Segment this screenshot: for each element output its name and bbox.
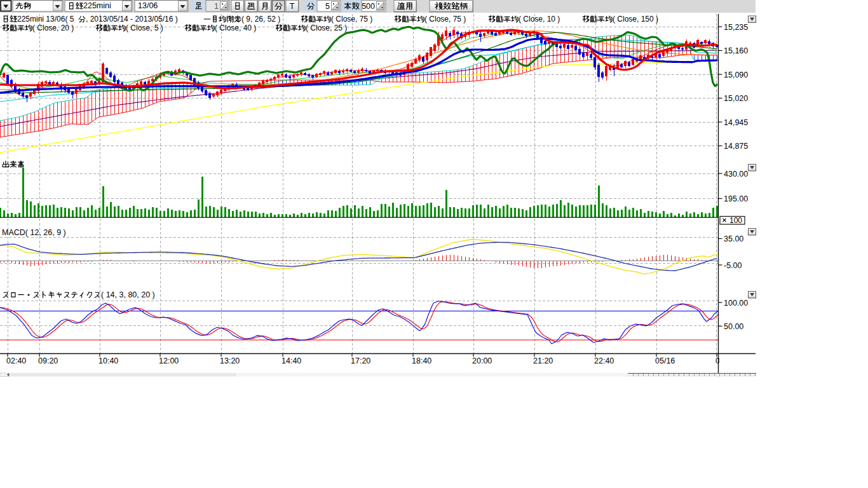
svg-text:14,875: 14,875	[724, 142, 748, 151]
svg-text:02:40: 02:40	[6, 356, 26, 365]
svg-text:( Close, 20 ): ( Close, 20 )	[32, 24, 74, 32]
svg-text:( 9, 26, 52 ): ( 9, 26, 52 )	[241, 15, 280, 24]
svg-text:15,090: 15,090	[724, 71, 748, 79]
svg-text:-5.00: -5.00	[724, 261, 742, 270]
svg-text:15,020: 15,020	[724, 94, 748, 103]
svg-text:13:20: 13:20	[220, 356, 240, 365]
svg-text:( Close, 150 ): ( Close, 150 )	[613, 15, 658, 24]
svg-text:15,160: 15,160	[724, 46, 748, 55]
svg-text:18:40: 18:40	[412, 356, 431, 365]
svg-text:, 2013/05/14 - 2013/05/16 ): , 2013/05/14 - 2013/05/16 )	[86, 15, 178, 24]
svg-text:225mini 13/06( 5: 225mini 13/06( 5	[17, 15, 74, 24]
svg-text:100: 100	[729, 216, 742, 225]
svg-text:14,945: 14,945	[724, 118, 748, 127]
svg-text:09:20: 09:20	[38, 356, 58, 365]
svg-text:195.00: 195.00	[724, 194, 748, 203]
svg-text:22:40: 22:40	[594, 356, 614, 365]
svg-text:50.00: 50.00	[724, 322, 743, 331]
svg-text:21:20: 21:20	[533, 356, 553, 365]
svg-text:( Close, 75 ): ( Close, 75 )	[424, 15, 466, 24]
svg-text:20:00: 20:00	[472, 356, 492, 365]
svg-text:( Close, 40 ): ( Close, 40 )	[215, 24, 256, 32]
svg-text:12:00: 12:00	[159, 356, 179, 365]
svg-text:17:20: 17:20	[351, 356, 370, 365]
svg-text:13/06: 13/06	[138, 1, 158, 10]
svg-text:500: 500	[362, 2, 375, 11]
svg-text:10:40: 10:40	[98, 356, 118, 365]
svg-text:225mini: 225mini	[83, 1, 111, 10]
svg-text:35.00: 35.00	[724, 234, 743, 243]
svg-text:5: 5	[325, 2, 330, 11]
svg-text:100.00: 100.00	[724, 299, 748, 308]
svg-text:( Close, 5 ): ( Close, 5 )	[126, 24, 163, 32]
svg-text:430.00: 430.00	[724, 170, 748, 179]
svg-text:( Close, 10 ): ( Close, 10 )	[519, 15, 560, 24]
svg-text:05/16: 05/16	[655, 356, 675, 365]
svg-text:MACD( 12, 26, 9 ): MACD( 12, 26, 9 )	[2, 228, 66, 237]
svg-text:15,235: 15,235	[724, 23, 748, 32]
svg-text:( 14, 3, 80, 20 ): ( 14, 3, 80, 20 )	[101, 290, 155, 299]
svg-text:( Close, 25 ): ( Close, 25 )	[306, 24, 347, 32]
svg-text:1: 1	[214, 2, 219, 11]
svg-text:T: T	[290, 1, 295, 11]
svg-text:( Close, 75 ): ( Close, 75 )	[331, 15, 372, 24]
svg-text:14:40: 14:40	[281, 356, 301, 365]
